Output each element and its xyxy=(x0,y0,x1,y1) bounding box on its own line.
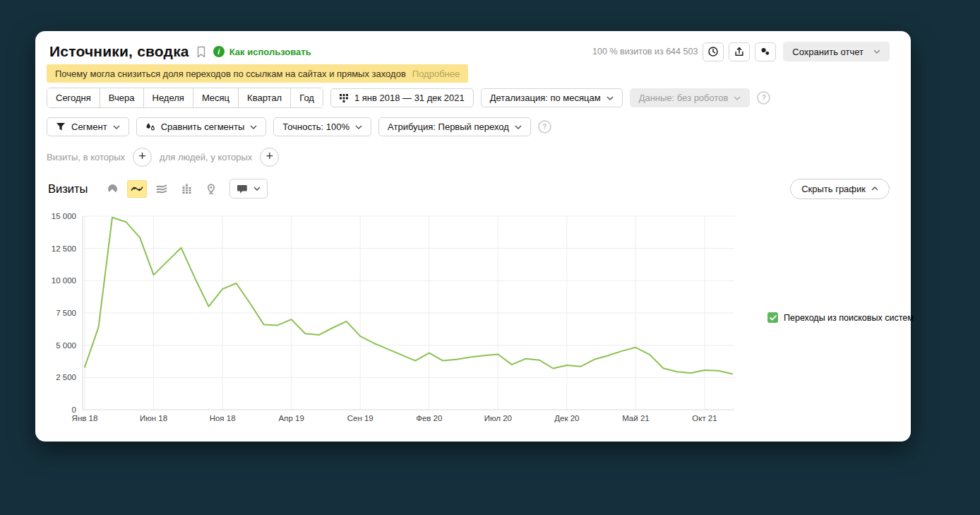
two-dots-icon xyxy=(760,46,771,57)
svg-text:7 500: 7 500 xyxy=(56,309,76,317)
query-builder-row: Визиты, в которых для людей, у которых xyxy=(47,147,279,167)
svg-text:Янв 18: Янв 18 xyxy=(72,414,98,422)
chart-legend: Переходы из поисковых систем xyxy=(767,312,914,323)
stacked-areas-icon xyxy=(156,184,167,194)
info-icon[interactable] xyxy=(213,46,225,57)
chevron-down-icon xyxy=(734,96,741,100)
period-yesterday[interactable]: Вчера xyxy=(100,88,144,107)
visits-condition-label: Визиты, в которых xyxy=(47,152,125,162)
save-report-button[interactable]: Сохранить отчет xyxy=(783,42,890,61)
line-chart-icon xyxy=(131,184,143,193)
hide-chart-button[interactable]: Скрыть график xyxy=(790,179,890,199)
how-to-use-link[interactable]: Как использовать xyxy=(229,47,311,57)
svg-text:2 500: 2 500 xyxy=(56,373,76,381)
columns-chart-icon xyxy=(181,184,192,194)
line-chart: Янв 18Июн 18Ноя 18Апр 19Сен 19Фев 20Июл … xyxy=(47,205,753,425)
accuracy-dropdown[interactable]: Точность: 100% xyxy=(273,117,371,136)
attribution-dropdown[interactable]: Атрибуция: Первый переход xyxy=(378,117,531,136)
chevron-down-icon xyxy=(113,125,120,129)
page-background: { "header": { "title": "Источники, сводк… xyxy=(0,0,980,515)
report-card: Источники, сводка Как использовать 100 %… xyxy=(35,31,911,442)
svg-text:12 500: 12 500 xyxy=(52,244,76,253)
people-condition-label: для людей, у которых xyxy=(160,152,252,162)
add-people-condition-button[interactable] xyxy=(260,148,279,167)
segment-dropdown[interactable]: Сегмент xyxy=(47,117,129,136)
chevron-down-icon xyxy=(253,187,261,191)
period-tabs: Сегодня Вчера Неделя Месяц Квартал Год xyxy=(47,88,323,108)
period-today[interactable]: Сегодня xyxy=(47,88,100,107)
chart-toolbar: Визиты xyxy=(48,179,890,199)
svg-text:Апр 19: Апр 19 xyxy=(279,414,304,422)
segment-filter-row: Сегмент Сравнить сегменты Точность: 100%… xyxy=(47,117,551,136)
visits-summary: 100 % визитов из 644 503 xyxy=(592,47,698,57)
clock-icon xyxy=(707,46,719,57)
notice-more-link[interactable]: Подробнее xyxy=(412,69,460,79)
svg-text:Сен 19: Сен 19 xyxy=(347,414,374,422)
save-report-label: Сохранить отчет xyxy=(792,47,864,57)
upload-icon xyxy=(734,46,745,57)
svg-text:5 000: 5 000 xyxy=(56,341,76,350)
chevron-down-icon xyxy=(873,49,880,54)
data-mode-value: Данные: без роботов xyxy=(639,93,729,103)
report-header: Источники, сводка Как использовать 100 %… xyxy=(49,40,890,64)
period-year[interactable]: Год xyxy=(291,88,323,107)
notice-banner: Почему могла снизиться доля переходов по… xyxy=(47,64,468,83)
svg-text:10 000: 10 000 xyxy=(52,276,76,285)
svg-text:Ноя 18: Ноя 18 xyxy=(210,414,236,422)
help-icon[interactable] xyxy=(538,120,551,134)
map-view-button[interactable] xyxy=(201,180,221,198)
chevron-down-icon xyxy=(250,125,257,129)
detalization-dropdown[interactable]: Детализация: по месяцам xyxy=(481,88,623,107)
hide-chart-label: Скрыть график xyxy=(801,184,866,194)
pie-view-button[interactable] xyxy=(102,180,122,198)
svg-text:Май 21: Май 21 xyxy=(622,414,650,422)
compare-segments-dropdown[interactable]: Сравнить сегменты xyxy=(136,117,267,136)
check-icon xyxy=(770,315,777,321)
accuracy-value: Точность: 100% xyxy=(282,122,349,132)
bookmark-icon[interactable] xyxy=(196,46,206,58)
columns-view-button[interactable] xyxy=(177,180,196,198)
export-button[interactable] xyxy=(729,42,750,61)
chart-title: Визиты xyxy=(48,182,88,196)
attribution-value: Атрибуция: Первый переход xyxy=(388,122,509,132)
line-view-button[interactable] xyxy=(127,180,147,198)
history-button[interactable] xyxy=(703,42,724,61)
comment-icon xyxy=(237,184,247,194)
period-filter-row: Сегодня Вчера Неделя Месяц Квартал Год 1… xyxy=(47,88,770,108)
donut-icon xyxy=(108,184,117,194)
svg-text:0: 0 xyxy=(72,406,76,414)
segments-api-button[interactable] xyxy=(755,42,776,61)
funnel-icon xyxy=(56,122,66,131)
svg-text:15 000: 15 000 xyxy=(52,212,76,220)
legend-label: Переходы из поисковых систем xyxy=(784,313,914,323)
stacked-view-button[interactable] xyxy=(152,180,172,198)
notice-text: Почему могла снизиться доля переходов по… xyxy=(55,69,406,79)
page-title: Источники, сводка xyxy=(49,43,189,60)
segment-label: Сегмент xyxy=(71,122,107,132)
calendar-grid-icon xyxy=(340,93,349,102)
date-range-value: 1 янв 2018 — 31 дек 2021 xyxy=(354,93,465,103)
add-visit-condition-button[interactable] xyxy=(133,148,152,167)
period-month[interactable]: Месяц xyxy=(193,88,239,107)
help-icon[interactable] xyxy=(757,91,770,105)
map-pin-icon xyxy=(206,184,216,194)
svg-text:Июн 18: Июн 18 xyxy=(140,414,167,422)
two-drops-icon xyxy=(145,122,155,132)
chevron-down-icon xyxy=(606,96,614,100)
svg-text:Дек 20: Дек 20 xyxy=(554,414,579,422)
chevron-down-icon xyxy=(515,125,522,129)
chevron-up-icon xyxy=(871,187,878,191)
svg-text:Фев 20: Фев 20 xyxy=(416,414,442,422)
data-mode-dropdown[interactable]: Данные: без роботов xyxy=(630,88,751,107)
svg-text:Окт 21: Окт 21 xyxy=(692,414,717,422)
svg-text:Июл 20: Июл 20 xyxy=(484,414,512,422)
annotations-dropdown[interactable] xyxy=(229,179,268,199)
compare-segments-label: Сравнить сегменты xyxy=(161,122,245,132)
date-range-button[interactable]: 1 янв 2018 — 31 дек 2021 xyxy=(330,88,474,107)
legend-checkbox[interactable] xyxy=(767,312,778,323)
chevron-down-icon xyxy=(355,125,362,129)
period-quarter[interactable]: Квартал xyxy=(239,88,291,107)
period-week[interactable]: Неделя xyxy=(144,88,193,107)
detalization-value: Детализация: по месяцам xyxy=(490,93,601,103)
visits-chart: Янв 18Июн 18Ноя 18Апр 19Сен 19Фев 20Июл … xyxy=(47,205,753,428)
